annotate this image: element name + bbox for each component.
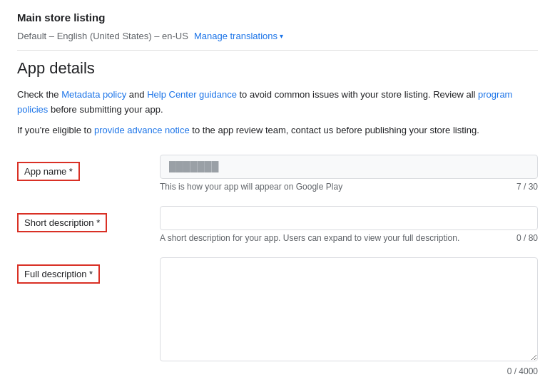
short-description-input[interactable]	[160, 206, 538, 230]
full-description-textarea[interactable]	[160, 257, 538, 361]
help-center-link[interactable]: Help Center guidance	[147, 89, 237, 100]
info-text-1: Check the Metadata policy and Help Cente…	[17, 88, 538, 118]
short-description-helper-text: A short description for your app. Users …	[160, 233, 459, 243]
form-section: App name * This is how your app will app…	[17, 155, 538, 376]
info-text-2: If you're eligible to provide advance no…	[17, 123, 538, 138]
app-name-input-col: This is how your app will appear on Goog…	[160, 155, 538, 192]
section-title: App details	[17, 59, 538, 78]
chevron-down-icon: ▾	[280, 32, 283, 40]
manage-translations-label: Manage translations	[194, 31, 278, 41]
full-description-char-count: 0 / 4000	[507, 366, 538, 376]
info-mid-1: and	[126, 89, 147, 100]
page-container: Main store listing Default – English (Un…	[0, 0, 555, 392]
full-description-input-col: 0 / 4000	[160, 257, 538, 376]
info-suffix-2: to the app review team, contact us befor…	[190, 125, 479, 135]
locale-text: Default – English (United States) – en-U…	[17, 31, 188, 41]
info-end-1: before submitting your app.	[48, 104, 163, 115]
app-name-label-col: App name *	[17, 155, 160, 181]
short-description-row: Short description * A short description …	[17, 206, 538, 243]
locale-bar: Default – English (United States) – en-U…	[17, 31, 538, 51]
advance-notice-link[interactable]: provide advance notice	[94, 125, 190, 135]
app-name-helper-text: This is how your app will appear on Goog…	[160, 182, 342, 192]
app-name-helper: This is how your app will appear on Goog…	[160, 182, 538, 192]
short-description-helper: A short description for your app. Users …	[160, 233, 538, 243]
manage-translations-button[interactable]: Manage translations ▾	[194, 31, 283, 41]
app-name-label: App name *	[17, 162, 80, 181]
app-name-row: App name * This is how your app will app…	[17, 155, 538, 192]
app-name-input[interactable]	[160, 155, 538, 179]
full-description-label: Full description *	[17, 264, 100, 284]
short-description-input-col: A short description for your app. Users …	[160, 206, 538, 243]
info-prefix-1: Check the	[17, 89, 61, 100]
short-description-label-col: Short description *	[17, 206, 160, 232]
metadata-policy-link[interactable]: Metadata policy	[61, 89, 126, 100]
short-description-label: Short description *	[17, 213, 107, 232]
short-description-char-count: 0 / 80	[516, 233, 538, 243]
full-description-label-col: Full description *	[17, 257, 160, 284]
info-prefix-2: If you're eligible to	[17, 125, 94, 135]
full-description-row: Full description * 0 / 4000	[17, 257, 538, 376]
app-name-char-count: 7 / 30	[516, 182, 538, 192]
info-suffix-1: to avoid common issues with your store l…	[237, 89, 478, 100]
page-title: Main store listing	[17, 11, 538, 24]
full-description-helper: 0 / 4000	[160, 366, 538, 376]
